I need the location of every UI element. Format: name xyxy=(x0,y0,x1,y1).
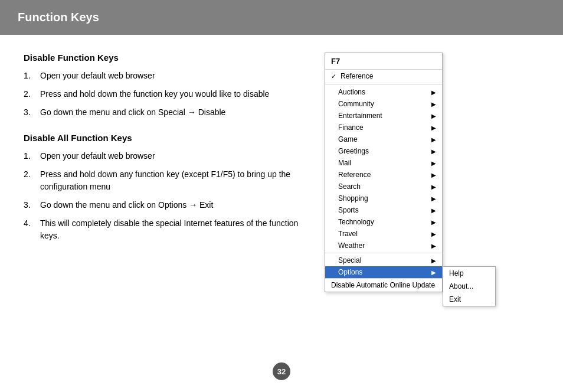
section2-title: Disable All Function Keys xyxy=(24,133,307,143)
step-number: 3. xyxy=(24,106,35,119)
menu-item-label: Search xyxy=(338,182,361,191)
submenu-item-help[interactable]: Help xyxy=(443,267,495,280)
menu-item-search[interactable]: Search ▶ xyxy=(325,181,442,192)
step-number: 1. xyxy=(24,150,35,162)
options-submenu: Help About... Exit xyxy=(443,266,496,306)
menu-item-label: Sports xyxy=(338,206,359,214)
menu-item-label: Travel xyxy=(338,230,358,238)
menu-item-sports[interactable]: Sports ▶ xyxy=(325,204,442,216)
menu-item-label: Entertainment xyxy=(338,112,382,120)
menu-item-label: Auctions xyxy=(338,88,365,96)
menu-item-label: Shopping xyxy=(338,194,368,202)
list-item: 3. Go down the menu and click on Options… xyxy=(24,199,307,211)
menu-item-label: Reference xyxy=(341,72,373,80)
options-wrapper: Options ▶ Help About... Exit xyxy=(325,266,442,278)
step-text: Press and hold down any function key (ex… xyxy=(40,168,307,193)
menu-divider xyxy=(325,84,442,85)
submenu-arrow-icon: ▶ xyxy=(431,125,436,131)
submenu-item-exit[interactable]: Exit xyxy=(443,293,495,306)
menu-item-label: Game xyxy=(338,135,358,143)
step-text: Go down the menu and click on Special → … xyxy=(40,106,307,119)
submenu-arrow-icon: ▶ xyxy=(431,195,436,202)
menu-item-weather[interactable]: Weather ▶ xyxy=(325,240,442,251)
menu-item-technology[interactable]: Technology ▶ xyxy=(325,216,442,228)
menu-item-mail[interactable]: Mail ▶ xyxy=(325,157,442,169)
submenu-item-label: Exit xyxy=(449,295,461,303)
submenu-arrow-icon: ▶ xyxy=(431,148,436,155)
menu-item-label: Reference xyxy=(338,171,371,179)
menu-item-label: Technology xyxy=(338,218,374,226)
menu-item-travel[interactable]: Travel ▶ xyxy=(325,228,442,240)
menu-checked-item[interactable]: ✓ Reference xyxy=(325,70,442,83)
page-number: 32 xyxy=(273,362,290,380)
submenu-arrow-icon: ▶ xyxy=(431,231,436,237)
step-number: 2. xyxy=(24,168,35,193)
menu-container: F7 ✓ Reference Auctions ▶ Community ▶ En… xyxy=(325,53,443,292)
submenu-item-label: About... xyxy=(449,282,473,290)
menu-item-label: Special xyxy=(338,256,361,264)
menu-header: F7 xyxy=(325,53,442,70)
list-item: 2. Press and hold down any function key … xyxy=(24,168,307,193)
menu-item-options[interactable]: Options ▶ xyxy=(325,266,442,278)
menu-item-auctions[interactable]: Auctions ▶ xyxy=(325,86,442,98)
step-number: 4. xyxy=(24,217,35,242)
submenu-arrow-icon: ▶ xyxy=(431,243,436,249)
menu-item-disable-update[interactable]: Disable Automatic Online Update xyxy=(325,278,442,292)
submenu-arrow-icon: ▶ xyxy=(431,160,436,166)
menu-item-reference[interactable]: Reference ▶ xyxy=(325,169,442,181)
list-item: 1. Open your default web browser xyxy=(24,150,307,162)
menu-item-label: Community xyxy=(338,100,374,108)
step-text: Press and hold down the function key you… xyxy=(40,88,307,100)
submenu-item-about[interactable]: About... xyxy=(443,280,495,293)
menu-item-label: Disable Automatic Online Update xyxy=(331,281,435,289)
submenu-arrow-icon: ▶ xyxy=(431,269,436,276)
submenu-arrow-icon: ▶ xyxy=(431,101,436,107)
submenu-arrow-icon: ▶ xyxy=(431,207,436,214)
step-text: Go down the menu and click on Options → … xyxy=(40,199,307,211)
page-header: Function Keys xyxy=(0,0,563,35)
submenu-arrow-icon: ▶ xyxy=(431,172,436,178)
section1-steps: 1. Open your default web browser 2. Pres… xyxy=(24,70,307,119)
menu-item-label: Mail xyxy=(338,159,351,167)
context-menu: F7 ✓ Reference Auctions ▶ Community ▶ En… xyxy=(325,53,443,292)
list-item: 2. Press and hold down the function key … xyxy=(24,88,307,100)
page-title: Function Keys xyxy=(18,11,99,24)
list-item: 3. Go down the menu and click on Special… xyxy=(24,106,307,119)
section2-steps: 1. Open your default web browser 2. Pres… xyxy=(24,150,307,242)
submenu-arrow-icon: ▶ xyxy=(431,219,436,226)
menu-item-shopping[interactable]: Shopping ▶ xyxy=(325,192,442,204)
instructions-column: Disable Function Keys 1. Open your defau… xyxy=(24,53,307,292)
list-item: 1. Open your default web browser xyxy=(24,70,307,82)
section1-title: Disable Function Keys xyxy=(24,53,307,63)
menu-item-special[interactable]: Special ▶ xyxy=(325,254,442,266)
menu-item-finance[interactable]: Finance ▶ xyxy=(325,122,442,133)
menu-item-label: Finance xyxy=(338,123,364,132)
submenu-arrow-icon: ▶ xyxy=(431,136,436,143)
submenu-arrow-icon: ▶ xyxy=(431,89,436,96)
menu-item-community[interactable]: Community ▶ xyxy=(325,98,442,110)
menu-divider xyxy=(325,253,442,253)
step-number: 1. xyxy=(24,70,35,82)
submenu-arrow-icon: ▶ xyxy=(431,257,436,264)
list-item: 4. This will completely disable the spec… xyxy=(24,217,307,242)
submenu-arrow-icon: ▶ xyxy=(431,113,436,119)
submenu-item-label: Help xyxy=(449,269,464,277)
menu-item-greetings[interactable]: Greetings ▶ xyxy=(325,145,442,157)
menu-illustration: F7 ✓ Reference Auctions ▶ Community ▶ En… xyxy=(325,53,443,292)
menu-item-label: Options xyxy=(338,268,362,276)
submenu-arrow-icon: ▶ xyxy=(431,184,436,190)
checkmark-icon: ✓ xyxy=(331,73,338,80)
menu-item-entertainment[interactable]: Entertainment ▶ xyxy=(325,110,442,122)
step-number: 2. xyxy=(24,88,35,100)
menu-item-label: Weather xyxy=(338,241,365,250)
step-text: Open your default web browser xyxy=(40,70,307,82)
step-number: 3. xyxy=(24,199,35,211)
content-area: Disable Function Keys 1. Open your defau… xyxy=(0,53,563,292)
step-text: This will completely disable the special… xyxy=(40,217,307,242)
menu-item-label: Greetings xyxy=(338,147,369,155)
menu-item-game[interactable]: Game ▶ xyxy=(325,133,442,145)
step-text: Open your default web browser xyxy=(40,150,307,162)
